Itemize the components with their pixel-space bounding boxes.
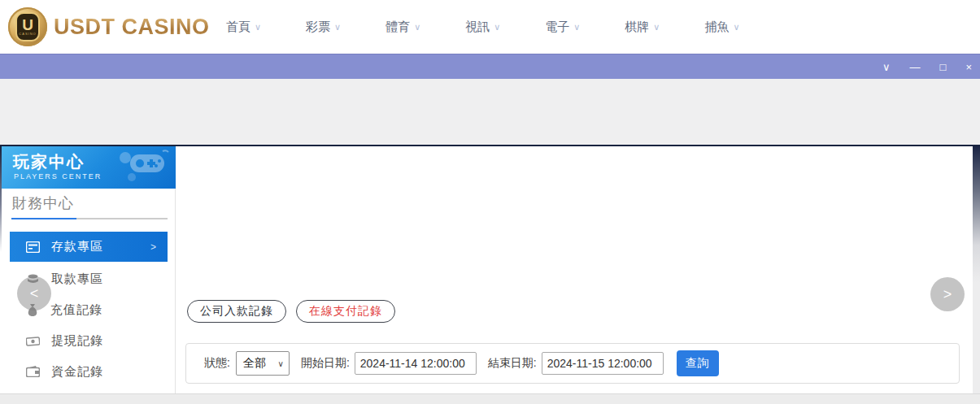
brand-logo[interactable]: U CASINO USDT CASINO bbox=[8, 7, 210, 46]
chevron-down-icon: ∨ bbox=[255, 23, 261, 32]
collapse-chevron-icon[interactable]: ∨ bbox=[881, 62, 892, 72]
tab-label: 公司入款記錄 bbox=[200, 304, 273, 319]
nav-item-lottery[interactable]: 彩票 ∨ bbox=[306, 20, 341, 35]
tab-label: 在線支付記錄 bbox=[309, 304, 382, 319]
status-select-value: 全部 bbox=[243, 356, 266, 371]
chevron-down-icon: ∨ bbox=[414, 23, 420, 32]
sidebar-item-withdraw-records[interactable]: 提現記錄 bbox=[10, 325, 168, 356]
sidebar-item-fund-records[interactable]: 資金記錄 bbox=[10, 356, 168, 387]
chevron-left-icon: < bbox=[30, 285, 39, 302]
brand-wordmark: USDT CASINO bbox=[54, 15, 210, 40]
status-select[interactable]: 全部 ∨ bbox=[236, 351, 290, 376]
content-area: 玩家中心 PLAYERS CENTER 財務中心 bbox=[0, 146, 980, 393]
window-titlebar: ∨ — □ × bbox=[0, 54, 980, 79]
nav-label: 首頁 bbox=[226, 20, 250, 35]
nav-item-home[interactable]: 首頁 ∨ bbox=[226, 20, 261, 35]
banknote-icon bbox=[26, 336, 40, 346]
sidebar-item-label: 充值記錄 bbox=[50, 302, 102, 318]
left-edge-shadow bbox=[0, 146, 2, 252]
main-nav: 首頁 ∨ 彩票 ∨ 體育 ∨ 視訊 ∨ 電子 ∨ 棋牌 ∨ bbox=[226, 0, 739, 54]
logo-emblem-icon: U CASINO bbox=[8, 7, 47, 46]
carousel-left-button[interactable]: < bbox=[17, 276, 51, 311]
nav-item-sports[interactable]: 體育 ∨ bbox=[385, 20, 420, 35]
carousel-right-button[interactable]: > bbox=[930, 277, 965, 311]
nav-label: 彩票 bbox=[306, 20, 330, 35]
sidebar-title: 玩家中心 bbox=[13, 151, 85, 173]
site-header: U CASINO USDT CASINO 首頁 ∨ 彩票 ∨ 體育 ∨ 視訊 ∨ bbox=[0, 0, 980, 54]
sidebar-subtitle: PLAYERS CENTER bbox=[14, 172, 102, 180]
nav-item-fishing[interactable]: 捕魚 ∨ bbox=[704, 20, 739, 35]
section-underline bbox=[11, 218, 168, 219]
sidebar-item-deposit-zone[interactable]: 存款專區 > bbox=[10, 232, 168, 262]
record-tabs: 公司入款記錄 在線支付記錄 bbox=[187, 300, 395, 323]
start-date-label: 開始日期: bbox=[301, 356, 350, 371]
gamepad-icon bbox=[119, 150, 169, 182]
logo-small-text: CASINO bbox=[19, 32, 36, 36]
app-window: U CASINO USDT CASINO 首頁 ∨ 彩票 ∨ 體育 ∨ 視訊 ∨ bbox=[0, 0, 980, 404]
finance-center-heading: 財務中心 bbox=[12, 193, 74, 213]
chevron-down-icon: ∨ bbox=[573, 23, 580, 32]
chevron-right-icon: > bbox=[943, 286, 952, 303]
close-icon[interactable]: × bbox=[964, 62, 973, 72]
players-center-header: 玩家中心 PLAYERS CENTER bbox=[2, 146, 176, 189]
spacer-band bbox=[0, 79, 980, 145]
chevron-down-icon: ∨ bbox=[494, 23, 500, 32]
chevron-down-icon: ∨ bbox=[653, 23, 660, 32]
tab-company-deposit-records[interactable]: 公司入款記錄 bbox=[187, 300, 286, 323]
sidebar-item-label: 取款專區 bbox=[51, 272, 103, 287]
tab-online-payment-records[interactable]: 在線支付記錄 bbox=[296, 300, 395, 323]
filter-bar: 狀態: 全部 ∨ 開始日期: 結束日期: 查詢 bbox=[185, 343, 960, 384]
right-edge-shadow bbox=[973, 146, 980, 393]
chevron-right-icon: > bbox=[150, 241, 156, 253]
window-controls: ∨ — □ × bbox=[881, 54, 973, 80]
end-date-label: 結束日期: bbox=[488, 356, 537, 371]
sidebar-item-label: 提現記錄 bbox=[51, 333, 103, 349]
maximize-icon[interactable]: □ bbox=[939, 62, 948, 72]
deposit-card-icon bbox=[26, 241, 40, 253]
chevron-down-icon: ∨ bbox=[733, 23, 739, 32]
chevron-down-icon: ∨ bbox=[334, 23, 341, 32]
sidebar-item-label: 資金記錄 bbox=[51, 364, 103, 380]
logo-inner: U CASINO bbox=[15, 12, 40, 41]
end-date-input[interactable] bbox=[542, 352, 664, 375]
sidebar: 玩家中心 PLAYERS CENTER 財務中心 bbox=[2, 146, 176, 393]
bottom-strip bbox=[0, 393, 980, 404]
nav-label: 棋牌 bbox=[625, 20, 649, 35]
nav-item-cards[interactable]: 棋牌 ∨ bbox=[625, 20, 660, 35]
nav-label: 電子 bbox=[545, 20, 569, 35]
start-date-input[interactable] bbox=[355, 352, 477, 375]
nav-label: 捕魚 bbox=[704, 20, 729, 35]
status-label: 狀態: bbox=[204, 356, 230, 371]
select-caret-icon: ∨ bbox=[278, 359, 284, 368]
sidebar-item-label: 存款專區 bbox=[51, 239, 103, 254]
query-button[interactable]: 查詢 bbox=[677, 350, 719, 376]
minimize-icon[interactable]: — bbox=[908, 62, 922, 72]
logo-letter: U bbox=[22, 18, 33, 32]
section-underline-accent bbox=[11, 218, 76, 219]
nav-label: 視訊 bbox=[465, 20, 490, 35]
wallet-icon bbox=[26, 366, 40, 377]
nav-item-slots[interactable]: 電子 ∨ bbox=[545, 20, 580, 35]
nav-label: 體育 bbox=[385, 20, 410, 35]
nav-item-live[interactable]: 視訊 ∨ bbox=[465, 20, 500, 35]
